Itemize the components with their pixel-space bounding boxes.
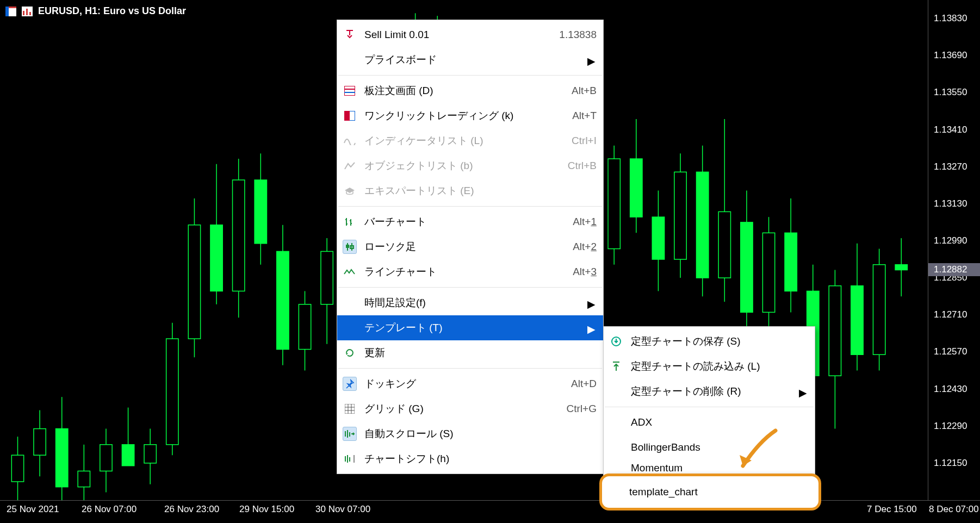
submenu-save-template[interactable]: 定型チャートの保存 (S) [604,329,815,354]
menu-docking-label: ドッキング [364,377,571,391]
menu-bar-chart-shortcut: Alt+1 [573,216,597,228]
menu-sell-limit-price: 1.13838 [559,29,597,41]
svg-rect-70 [697,172,709,278]
time-tick: 26 Nov 23:00 [164,504,219,515]
sell-limit-icon [343,28,357,42]
submenu-arrow-icon: ▶ [799,387,807,399]
submenu-mom-label: Momentum [631,462,808,474]
svg-rect-14 [78,471,90,487]
menu-bar-chart[interactable]: バーチャート Alt+1 [337,209,603,234]
menu-template[interactable]: テンプレート (T) ▶ [337,315,603,340]
svg-rect-16 [100,445,112,471]
pin-icon [343,377,357,391]
svg-rect-5 [26,9,28,15]
menu-separator [338,287,602,288]
menu-one-click-shortcut: Alt+T [572,110,597,122]
menu-autoscroll[interactable]: 自動スクロール (S) [337,421,603,446]
load-up-icon [609,359,623,373]
menu-separator [338,75,602,76]
svg-rect-62 [608,159,620,249]
menu-docking[interactable]: ドッキング Alt+D [337,371,603,396]
svg-rect-94 [346,245,349,248]
menu-sell-limit[interactable]: Sell Limit 0.01 1.13838 [337,22,603,47]
submenu-arrow-icon: ▶ [587,298,596,310]
time-tick: 30 Nov 07:00 [315,504,370,515]
price-marker: 1.12882 [928,263,980,276]
price-tick: 1.12710 [934,309,967,320]
svg-rect-28 [233,180,245,291]
bar-chart-icon [343,215,357,229]
svg-rect-82 [829,286,841,376]
submenu-template-adx[interactable]: ADX [604,410,815,435]
svg-rect-18 [122,445,134,466]
menu-indicator-list: インディケータリスト (L) Ctrl+I [337,128,603,153]
chart-context-menu: Sell Limit 0.01 1.13838 プライスボード ▶ 板注文画面 … [337,20,604,474]
svg-rect-4 [23,11,24,15]
menu-line-chart-label: ラインチャート [364,265,573,279]
svg-rect-12 [56,429,68,487]
menu-chart-shift[interactable]: チャートシフト(h) [337,446,603,471]
menu-timeframe-label: 時間足設定(f) [364,296,597,310]
svg-rect-8 [11,455,23,482]
menu-chart-shift-label: チャートシフト(h) [364,452,597,466]
menu-candlestick[interactable]: ローソク足 Alt+2 [337,234,603,259]
grid-icon [5,7,16,16]
svg-rect-72 [718,211,730,278]
submenu-adx-label: ADX [631,416,808,428]
submenu-template-chart-label: template_chart [629,486,698,498]
menu-template-label: テンプレート (T) [364,321,597,335]
menu-separator [338,368,602,369]
svg-rect-32 [277,251,289,349]
menu-line-chart-shortcut: Alt+3 [573,266,597,278]
svg-rect-2 [5,7,9,16]
chart-shift-icon [343,452,357,466]
svg-rect-34 [299,304,311,350]
price-tick: 1.12990 [934,235,967,246]
submenu-save-label: 定型チャートの保存 (S) [631,334,808,348]
menu-one-click[interactable]: ワンクリックトレーディング (k) Alt+T [337,103,603,128]
indicator-icon [343,134,357,148]
svg-rect-10 [34,429,46,456]
menu-refresh-label: 更新 [364,346,597,360]
svg-rect-68 [674,172,686,259]
svg-rect-88 [895,265,907,270]
svg-rect-30 [255,180,266,244]
menu-grid-label: グリッド (G) [364,402,567,416]
svg-rect-76 [762,233,774,312]
menu-price-board[interactable]: プライスボード ▶ [337,47,603,72]
menu-refresh[interactable]: 更新 [337,340,603,365]
price-tick: 1.13830 [934,13,967,24]
panel-icon [343,109,357,123]
price-tick: 1.13550 [934,87,967,98]
price-tick: 1.13690 [934,50,967,61]
time-tick: 26 Nov 07:00 [82,504,137,515]
submenu-load-template[interactable]: 定型チャートの読み込み (L) [604,354,815,379]
price-tick: 1.13270 [934,161,967,172]
annotation-highlight-box[interactable]: template_chart [599,474,821,510]
time-axis: 25 Nov 202126 Nov 07:0026 Nov 23:0029 No… [0,500,980,523]
submenu-template-bb[interactable]: BollingerBands [604,435,815,460]
price-tick: 1.12290 [934,421,967,432]
submenu-delete-template[interactable]: 定型チャートの削除 (R) ▶ [604,379,815,404]
menu-line-chart[interactable]: ラインチャート Alt+3 [337,259,603,284]
submenu-bb-label: BollingerBands [631,441,808,453]
time-tick: 7 Dec 15:00 [867,504,917,515]
svg-rect-86 [873,265,885,355]
graduation-cap-icon [343,184,357,198]
refresh-icon [343,346,357,360]
menu-price-board-label: プライスボード [364,53,597,67]
price-tick: 1.13130 [934,198,967,209]
menu-timeframe[interactable]: 時間足設定(f) ▶ [337,290,603,315]
menu-one-click-label: ワンクリックトレーディング (k) [364,109,572,123]
menu-object-list-label: オブジェクトリスト (b) [364,159,568,173]
table-icon [343,84,357,98]
menu-grid[interactable]: グリッド (G) Ctrl+G [337,396,603,421]
submenu-arrow-icon: ▶ [587,323,596,335]
save-down-icon [609,334,623,348]
menu-sell-limit-label: Sell Limit 0.01 [364,29,559,41]
candlestick-icon [343,240,357,254]
menu-object-list: オブジェクトリスト (b) Ctrl+B [337,153,603,178]
menu-order-panel[interactable]: 板注文画面 (D) Alt+B [337,78,603,103]
template-submenu: 定型チャートの保存 (S) 定型チャートの読み込み (L) 定型チャートの削除 … [603,326,815,479]
svg-rect-36 [321,251,333,304]
